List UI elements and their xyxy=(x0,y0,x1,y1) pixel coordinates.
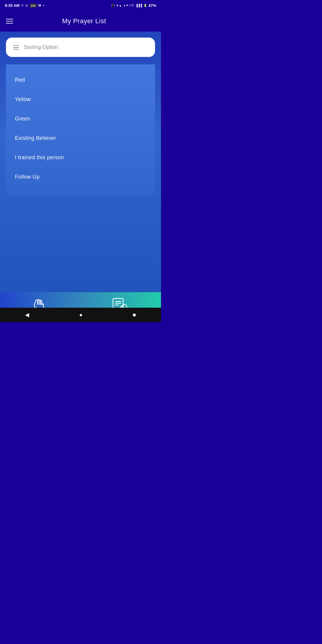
menu-item-green[interactable]: Green xyxy=(15,109,146,129)
payment-icon: pay xyxy=(30,4,36,7)
page-title: My Prayer List xyxy=(13,17,155,25)
status-icons-right: 📳 ▼▲ ▲▼ LTE ▐▐▐ 🔋 47% xyxy=(111,3,156,8)
recent-button[interactable]: ■ xyxy=(133,312,136,318)
hamburger-menu-button[interactable] xyxy=(6,19,13,24)
sorting-label: Sorting Option xyxy=(24,44,58,50)
signal-lte-icon: ▲▼ LTE xyxy=(123,4,134,7)
app-header: My Prayer List xyxy=(0,11,161,32)
menu-item-follow-up[interactable]: Follow Up xyxy=(15,167,146,187)
status-time: 9:35 AM xyxy=(5,3,19,8)
menu-item-red[interactable]: Red xyxy=(15,70,146,90)
notification-icon: ☰ xyxy=(25,4,28,7)
m-icon: M xyxy=(38,4,41,7)
status-bar: 9:35 AM ⟳ ☰ pay M ● 📳 ▼▲ ▲▼ LTE ▐▐▐ 🔋 47… xyxy=(0,0,161,11)
menu-item-yellow[interactable]: Yellow xyxy=(15,90,146,109)
status-left: 9:35 AM ⟳ ☰ pay M ● xyxy=(5,3,44,8)
android-nav-bar: ◀ ● ■ xyxy=(0,308,161,322)
vibrate-icon: 📳 xyxy=(111,4,114,7)
signal-icon: ⟳ xyxy=(21,4,24,7)
battery-percent: 47% xyxy=(148,3,156,8)
battery-icon: 🔋 xyxy=(143,4,147,7)
sorting-dropdown-menu: Red Yellow Green Existing Believer I tra… xyxy=(6,64,155,196)
sort-lines-icon xyxy=(13,45,19,49)
menu-item-existing-believer[interactable]: Existing Believer xyxy=(15,129,146,148)
home-button[interactable]: ● xyxy=(79,312,83,318)
menu-item-trained-person[interactable]: I trained this person xyxy=(15,148,146,167)
dot-icon: ● xyxy=(43,4,44,7)
wifi-icon: ▼▲ xyxy=(116,4,122,7)
bars-icon: ▐▐▐ xyxy=(136,4,142,7)
main-content: Sorting Option Red Yellow Green Existing… xyxy=(0,32,161,292)
sorting-card[interactable]: Sorting Option xyxy=(6,38,155,57)
back-button[interactable]: ◀ xyxy=(25,312,29,318)
